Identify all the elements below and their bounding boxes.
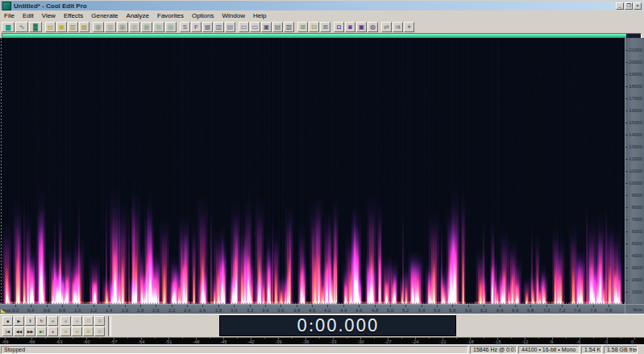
- open-file-button[interactable]: ▣: [56, 22, 67, 32]
- zoom-out-vertical-button[interactable]: ⊖: [72, 327, 82, 336]
- time-label: 1.0: [74, 308, 81, 313]
- cd-open-icon: ◘: [337, 23, 341, 30]
- menu-item-options[interactable]: Options: [189, 11, 219, 20]
- zoom-in-vertical-button[interactable]: ⊕: [60, 327, 71, 336]
- window-play-list-button[interactable]: ▭: [250, 22, 260, 32]
- minimize-button[interactable]: _: [616, 2, 624, 10]
- zoom-right-edge-icon: ⊟: [98, 330, 101, 334]
- meter-label: -30: [357, 339, 364, 344]
- meter-tick-minor: [347, 338, 347, 339]
- menu-item-file[interactable]: File: [1, 11, 19, 20]
- toolbar-button-blurred-3[interactable]: ▩: [117, 22, 128, 32]
- fast-forward-button[interactable]: ▶▶: [25, 327, 35, 336]
- time-label: 6.2: [480, 308, 487, 313]
- freq-tick: [625, 135, 628, 135]
- help-context-button[interactable]: ✦: [404, 22, 414, 32]
- toolbar-group-6: ⊞⊟⊠: [297, 22, 331, 32]
- maximize-button[interactable]: ❐: [625, 2, 633, 10]
- freq-label: 20000: [629, 60, 642, 65]
- window-info-button[interactable]: ▣: [261, 22, 272, 32]
- menu-bar: FileEditViewEffectsGenerateAnalyzeFavori…: [1, 10, 643, 21]
- time-ruler[interactable]: hms 0.20.40.60.81.01.21.41.61.82.02.22.4…: [0, 304, 625, 314]
- menu-item-favorites[interactable]: Favorites: [154, 11, 189, 20]
- go-to-end-button[interactable]: ▶|: [36, 327, 47, 336]
- window-organizer-button[interactable]: ▥: [284, 22, 294, 32]
- frequency-analysis-button[interactable]: F: [191, 22, 202, 32]
- freq-tick: [625, 171, 628, 172]
- play-button[interactable]: ▶: [14, 316, 24, 326]
- toolbar-button-blurred-6[interactable]: ▨: [153, 22, 164, 32]
- grid-button[interactable]: ▤: [225, 22, 235, 32]
- window-placekeeper-button[interactable]: ▤: [272, 22, 283, 32]
- play-to-end-icon: ∞: [52, 319, 55, 323]
- settings-c-button[interactable]: ⊠: [320, 22, 330, 32]
- time-label: 1.2: [90, 308, 97, 313]
- window-cue-list-button[interactable]: ▭: [239, 22, 249, 32]
- time-tick: [577, 305, 578, 307]
- settings-b-button[interactable]: ⊟: [309, 22, 319, 32]
- play-looped-button[interactable]: ↻: [36, 316, 47, 326]
- go-to-beginning-button[interactable]: |◀: [2, 327, 13, 336]
- play-to-end-button[interactable]: ∞: [48, 316, 58, 326]
- title-bar[interactable]: Untitled* - Cool Edit Pro _❐×: [1, 1, 643, 10]
- rewind-button[interactable]: ◀◀: [14, 327, 24, 336]
- spectral-display-area: 2100020000190001800017000160001500014000…: [0, 38, 644, 314]
- menu-item-generate[interactable]: Generate: [88, 11, 123, 20]
- spectral-view-button[interactable]: ▓: [29, 22, 42, 32]
- go-to-end-icon: ▶|: [39, 330, 44, 334]
- pause-button[interactable]: Ⅱ: [25, 316, 35, 326]
- zoom-to-selection-button[interactable]: ⊞: [94, 316, 105, 326]
- save-file-button[interactable]: ▥: [68, 22, 78, 32]
- meter-label: -48: [193, 339, 200, 344]
- spectrogram-canvas[interactable]: [0, 38, 625, 304]
- cue-marker[interactable]: [1, 309, 6, 313]
- level-meter[interactable]: -69-66-63-60-57-54-51-48-45-42-39-36-33-…: [0, 337, 644, 345]
- close-file-button[interactable]: ▦: [79, 22, 89, 32]
- zoom-left-edge-button[interactable]: ⊞: [83, 327, 93, 336]
- toolbar-button-blurred-7[interactable]: ▧: [165, 22, 177, 32]
- settings-a-button[interactable]: ⊞: [297, 22, 308, 32]
- batch-process-button[interactable]: ⇉: [393, 22, 403, 32]
- scripts-button[interactable]: S: [180, 22, 190, 32]
- menu-item-window[interactable]: Window: [219, 11, 250, 20]
- waveform-view-button[interactable]: ∿: [15, 22, 28, 32]
- meter-tick-minor: [127, 338, 128, 339]
- menu-item-analyze[interactable]: Analyze: [123, 11, 154, 20]
- menu-item-edit[interactable]: Edit: [19, 11, 39, 20]
- time-tick: [437, 305, 438, 307]
- stop-button[interactable]: ■: [2, 316, 13, 326]
- toolbar-group-7: ◘◙▣◍: [334, 22, 379, 32]
- zoom-full-button[interactable]: ⊡: [83, 316, 93, 326]
- cd-list-button[interactable]: ▣: [356, 22, 367, 32]
- cd-insert-button[interactable]: ◙: [345, 22, 355, 32]
- time-display[interactable]: 0:00.000: [219, 315, 456, 336]
- toolbar-button-blurred-5[interactable]: ▩: [141, 22, 152, 32]
- toolbar-button-blurred-4[interactable]: ▧: [129, 22, 140, 32]
- toolbar-group-5: ▭▭▣▤▥: [239, 22, 295, 32]
- meter-tick-minor: [593, 338, 594, 339]
- record-button[interactable]: ●: [48, 327, 58, 336]
- toolbar-button-blurred-1[interactable]: ▩: [93, 22, 104, 32]
- menu-item-help[interactable]: Help: [250, 11, 271, 20]
- toolbar-group-8: ⇄⇉✦: [381, 22, 415, 32]
- menu-item-view[interactable]: View: [39, 11, 60, 20]
- zoom-out-horizontal-button[interactable]: ⊖: [72, 316, 82, 326]
- convert-sample-type-button[interactable]: ⇄: [381, 22, 392, 32]
- zoom-right-edge-button[interactable]: ⊟: [94, 327, 105, 336]
- phase-analysis-button[interactable]: ▦: [202, 22, 213, 32]
- menu-item-effects[interactable]: Effects: [60, 11, 88, 20]
- close-button[interactable]: ×: [634, 2, 642, 10]
- toolbar-button-blurred-2[interactable]: ▨: [105, 22, 116, 32]
- transport-row: ■▶Ⅱ↻∞: [2, 316, 59, 326]
- zoom-in-horizontal-button[interactable]: ⊕: [60, 316, 71, 326]
- frequency-ruler[interactable]: 2100020000190001800017000160001500014000…: [625, 38, 644, 304]
- window-organizer-icon: ▥: [286, 23, 293, 30]
- stats-button[interactable]: ▥: [214, 22, 224, 32]
- freq-tick: [625, 147, 628, 148]
- time-label: 7.8: [605, 308, 612, 313]
- time-label: 2.0: [152, 308, 159, 313]
- multitrack-view-button[interactable]: ▆: [2, 22, 15, 32]
- cd-burn-button[interactable]: ◍: [368, 22, 378, 32]
- cd-open-button[interactable]: ◘: [334, 22, 344, 32]
- new-file-button[interactable]: ▤: [45, 22, 56, 32]
